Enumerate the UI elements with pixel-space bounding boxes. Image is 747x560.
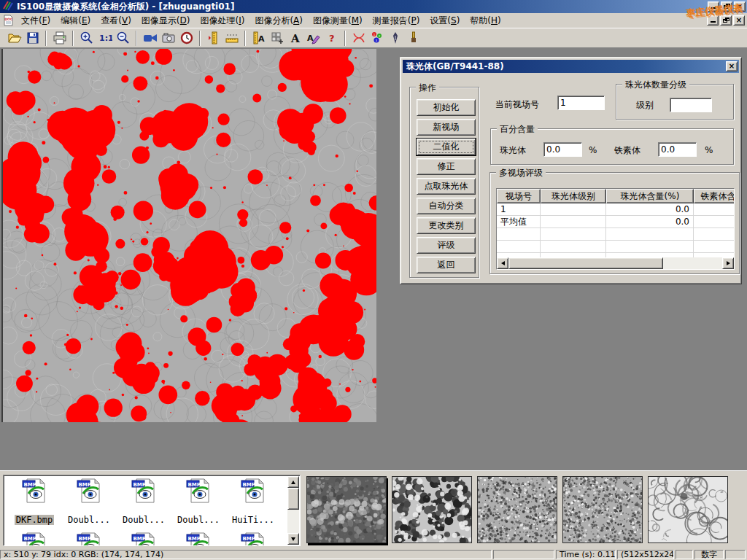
menu-item-settings[interactable]: 设置(S): [425, 13, 465, 28]
camera-icon[interactable]: [159, 29, 177, 47]
ruler-icon[interactable]: [222, 29, 241, 47]
op-return-button[interactable]: 返回: [417, 257, 476, 273]
caliper-icon[interactable]: [204, 29, 222, 47]
file-name: Doubl...: [121, 515, 166, 525]
grid-add-icon[interactable]: [268, 29, 286, 47]
pearlite-percent-input[interactable]: [543, 142, 582, 157]
op-correct-button[interactable]: 修正: [417, 158, 476, 175]
open-icon[interactable]: [5, 29, 23, 47]
table-cell: [541, 228, 606, 241]
table-horizontal-scrollbar[interactable]: [497, 257, 734, 269]
measure-text-icon[interactable]: A: [249, 29, 268, 47]
menu-item-help[interactable]: 帮助(H): [465, 13, 506, 28]
op-new-field-button[interactable]: 新视场: [417, 119, 476, 136]
file-item[interactable]: BMPDKF.bmp: [9, 478, 60, 525]
op-auto-classify-button[interactable]: 自动分类: [417, 198, 476, 214]
pearlite-dialog: 珠光体(GB/T9441-88) × 操作 初始化新视场二值化修正点取珠光体自动…: [400, 57, 742, 284]
table-header-3[interactable]: 铁素体含量(%): [694, 189, 735, 203]
table-header-2[interactable]: 珠光体含量(%): [606, 189, 694, 203]
op-change-class-button[interactable]: 更改类别: [417, 217, 476, 234]
zoom-in-icon[interactable]: [77, 29, 96, 47]
brush-icon[interactable]: [404, 29, 422, 47]
level-label: 级别: [636, 99, 654, 112]
op-initialize-button[interactable]: 初始化: [417, 99, 476, 116]
file-item[interactable]: BMPDoubl...: [63, 478, 115, 525]
bmp-file-icon: BMP: [9, 478, 60, 504]
svg-text:BMP: BMP: [24, 536, 36, 542]
menu-item-edit[interactable]: 编辑(E): [55, 13, 96, 28]
scroll-left-button[interactable]: [497, 257, 508, 269]
pen-icon[interactable]: [386, 29, 404, 47]
ferrite-percent-input[interactable]: [658, 142, 697, 157]
thumbnail-2[interactable]: [392, 476, 472, 543]
help-icon[interactable]: ?: [322, 29, 341, 47]
dialog-close-icon: ×: [729, 63, 735, 70]
pearlite-percent-sign: %: [589, 145, 597, 155]
annotate-icon[interactable]: A: [304, 29, 322, 47]
thumbnail-1[interactable]: [306, 476, 387, 543]
file-item[interactable]: BMPDoubl...: [118, 478, 169, 525]
menu-item-view[interactable]: 查看(V): [96, 13, 136, 28]
op-grade-button[interactable]: 评级: [417, 237, 476, 254]
file-list-scrollbar[interactable]: [287, 476, 299, 545]
scroll-up-button[interactable]: [287, 476, 299, 488]
dialog-title-bar[interactable]: 珠光体(GB/T9441-88) ×: [403, 60, 739, 73]
menu-item-image-measure[interactable]: 图像测量(M): [308, 13, 368, 28]
op-pick-pearlite-button[interactable]: 点取珠光体: [417, 178, 476, 195]
table-row[interactable]: 平均值0.0: [497, 216, 734, 228]
file-item[interactable]: BMP: [173, 532, 224, 546]
application-window: IS100显微摄像系统(金相分析版) - [zhuguangti01] × 枣庄…: [0, 0, 747, 560]
operations-group-label: 操作: [416, 82, 439, 94]
file-name: Doubl...: [66, 515, 112, 525]
table-header-0[interactable]: 视场号: [497, 189, 541, 203]
table-row[interactable]: 10.0: [497, 203, 734, 216]
table-row[interactable]: [497, 228, 734, 241]
status-image-size: (512x512x24): [617, 550, 674, 559]
current-field-input[interactable]: [557, 96, 605, 110]
scroll-down-button[interactable]: [287, 533, 299, 545]
file-name: Doubl...: [176, 515, 221, 525]
thumbnail-4[interactable]: [562, 476, 643, 543]
svg-text:1: 1: [373, 33, 375, 36]
print-icon[interactable]: [50, 29, 69, 47]
dialog-close-button[interactable]: ×: [726, 61, 738, 71]
text-icon[interactable]: A: [286, 29, 304, 47]
menu-item-file[interactable]: 文件(F): [16, 13, 55, 28]
file-item[interactable]: BMP: [9, 532, 60, 546]
mdi-restore-button[interactable]: [720, 15, 732, 26]
metallographic-image[interactable]: [1, 49, 376, 422]
bmp-file-icon: BMP: [63, 532, 115, 546]
video-camera-icon[interactable]: [141, 29, 159, 47]
table-row[interactable]: [497, 241, 734, 253]
svg-text:BMP: BMP: [24, 482, 36, 488]
thumbnail-5[interactable]: [648, 476, 728, 543]
file-item[interactable]: BMP: [228, 532, 279, 546]
menu-item-image-display[interactable]: 图像显示(D): [136, 13, 196, 28]
table-cell: [694, 203, 735, 216]
actual-size-icon[interactable]: 1:1: [96, 29, 114, 47]
file-item[interactable]: BMPHuiTi...: [228, 478, 279, 525]
table-cell: [694, 241, 735, 253]
zoom-out-icon[interactable]: [114, 29, 132, 47]
clock-icon[interactable]: [177, 29, 196, 47]
file-scroll-thumb[interactable]: [287, 488, 299, 510]
table-cell: [541, 216, 606, 228]
menu-item-image-process[interactable]: 图像处理(I): [195, 13, 249, 28]
op-binarize-button[interactable]: 二值化: [417, 139, 476, 155]
mdi-close-button[interactable]: ×: [733, 15, 745, 26]
thumbnail-3[interactable]: [477, 476, 557, 543]
bmp-file-icon: BMP: [228, 478, 279, 504]
table-header-1[interactable]: 珠光体级别: [541, 189, 606, 203]
classify-icon[interactable]: 123: [368, 29, 386, 47]
file-item[interactable]: BMP: [63, 532, 115, 546]
menu-item-image-analysis[interactable]: 图像分析(A): [249, 13, 308, 28]
scroll-thumb[interactable]: [508, 257, 663, 269]
scroll-right-button[interactable]: [722, 257, 734, 269]
level-input[interactable]: [670, 98, 712, 112]
file-item[interactable]: BMP: [118, 532, 169, 546]
curve-cut-icon[interactable]: [349, 29, 368, 47]
menu-item-measure-report[interactable]: 测量报告(P): [368, 13, 425, 28]
save-icon[interactable]: [23, 29, 42, 47]
arrow-up-icon: [291, 481, 295, 484]
file-item[interactable]: BMPDoubl...: [173, 478, 224, 525]
